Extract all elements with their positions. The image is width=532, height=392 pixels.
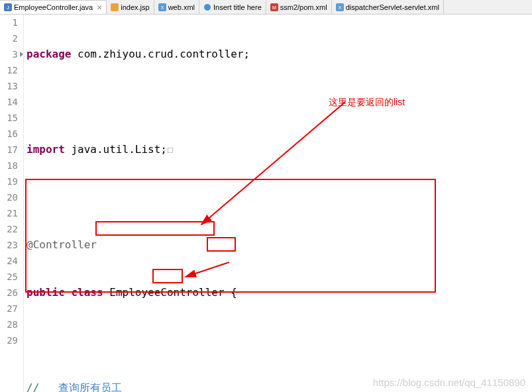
code-area[interactable]: package com.zhiyou.crud.controller; impo…: [24, 15, 532, 392]
close-icon[interactable]: ✕: [97, 4, 102, 11]
svg-rect-2: [111, 3, 119, 11]
svg-line-13: [186, 262, 229, 277]
arrow-to-emps: [176, 260, 236, 279]
svg-point-5: [204, 4, 211, 11]
arrow-to-annotation: [196, 95, 348, 228]
svg-text:X: X: [160, 5, 164, 10]
web-icon: [203, 3, 211, 11]
tab-label: web.xml: [168, 3, 195, 11]
tab-employee-controller[interactable]: J EmployeeController.java ✕: [0, 0, 107, 14]
svg-text:X: X: [338, 5, 341, 10]
annotation-box-return-type: [95, 221, 215, 236]
maven-icon: M: [270, 3, 278, 11]
jsp-icon: [111, 3, 119, 11]
svg-text:J: J: [7, 5, 9, 11]
java-icon: J: [4, 3, 12, 11]
svg-text:M: M: [272, 5, 276, 10]
code-editor[interactable]: 1 2 3 12 13 14 15 16 17 18 19 20 21 22 2…: [0, 15, 532, 392]
svg-line-11: [201, 102, 345, 224]
tab-web-xml[interactable]: X web.xml: [154, 0, 199, 14]
tab-dispatcher-xml[interactable]: X dispatcherServlet-servlet.xml: [332, 0, 444, 14]
xml-icon: X: [158, 3, 166, 11]
tab-insert-title[interactable]: Insert title here: [199, 0, 266, 14]
tab-index-jsp[interactable]: index.jsp: [107, 0, 154, 14]
tab-pom-xml[interactable]: M ssm2/pom.xml: [266, 0, 332, 14]
xml-icon: X: [336, 3, 344, 11]
tab-label: Insert title here: [213, 3, 262, 11]
watermark: https://blog.csdn.net/qq_41150890: [373, 377, 525, 388]
tab-label: index.jsp: [121, 3, 149, 11]
line-gutter: 1 2 3 12 13 14 15 16 17 18 19 20 21 22 2…: [0, 15, 24, 392]
annotation-label: 这里是要返回的list: [329, 94, 405, 110]
tab-label: EmployeeController.java: [14, 3, 93, 11]
tab-label: dispatcherServlet-servlet.xml: [346, 3, 439, 11]
annotation-box-emps-return: [152, 269, 183, 283]
editor-tabs: J EmployeeController.java ✕ index.jsp X …: [0, 0, 532, 15]
tab-label: ssm2/pom.xml: [280, 3, 327, 11]
